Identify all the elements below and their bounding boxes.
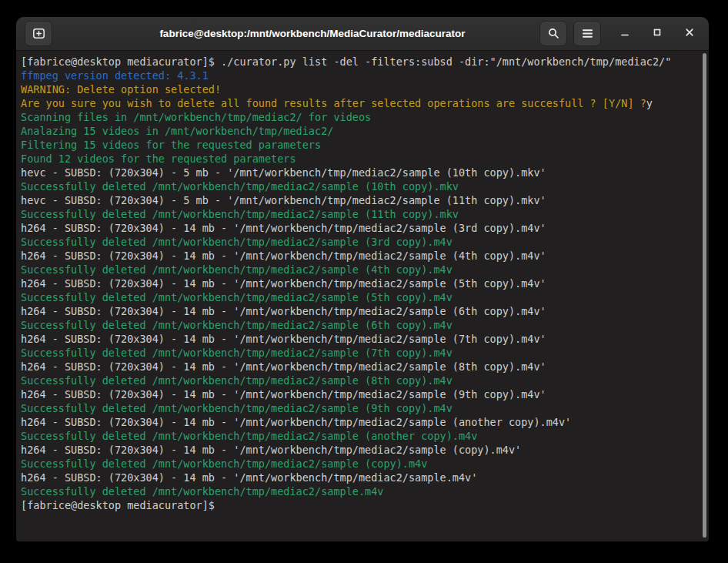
terminal-line: Successfully deleted /mnt/workbench/tmp/… [21,374,698,387]
close-button[interactable] [678,21,701,46]
terminal-line: Successfully deleted /mnt/workbench/tmp/… [21,484,698,498]
terminal-line: Successfully deleted /mnt/workbench/tmp/… [21,401,698,415]
terminal-text-segment: h264 - SUBSD: (720x304) - 14 mb - '/mnt/… [21,416,571,428]
new-tab-icon [32,27,45,40]
hamburger-menu-icon [582,28,593,39]
terminal-text-segment: h264 - SUBSD: (720x304) - 14 mb - '/mnt/… [21,360,546,373]
titlebar-controls [539,21,709,46]
terminal-line: h264 - SUBSD: (720x304) - 14 mb - '/mnt/… [21,360,698,374]
terminal-text-segment: Successfully deleted /mnt/workbench/tmp/… [21,291,452,303]
terminal-text-segment: y [646,97,653,109]
terminal-line: Found 12 videos for the requested parame… [21,152,698,166]
terminal-line: hevc - SUBSD: (720x304) - 5 mb - '/mnt/w… [21,193,698,207]
terminal-text-segment: h264 - SUBSD: (720x304) - 14 mb - '/mnt/… [21,333,546,345]
terminal-line: h264 - SUBSD: (720x304) - 14 mb - '/mnt/… [21,249,698,263]
terminal-line: Successfully deleted /mnt/workbench/tmp/… [21,318,698,332]
terminal-line: h264 - SUBSD: (720x304) - 14 mb - '/mnt/… [21,221,698,235]
terminal-line: WARNING: Delete option selected! [21,82,698,96]
terminal-line: Successfully deleted /mnt/workbench/tmp/… [21,179,698,193]
terminal-text-segment: h264 - SUBSD: (720x304) - 14 mb - '/mnt/… [21,471,477,484]
terminal-output[interactable]: [fabrice@desktop mediacurator]$ ./curato… [16,51,709,541]
terminal-text-segment: Successfully deleted /mnt/workbench/tmp/… [21,457,427,470]
terminal-line: Filtering 15 videos for the requested pa… [21,138,698,152]
terminal-text-segment: hevc - SUBSD: (720x304) - 5 mb - '/mnt/w… [21,166,546,179]
terminal-line: Are you sure you wish to delete all foun… [21,96,698,110]
terminal-line: hevc - SUBSD: (720x304) - 5 mb - '/mnt/w… [21,166,698,179]
terminal-line: Analazing 15 videos in /mnt/workbench/tm… [21,124,698,138]
menu-button[interactable] [573,21,601,46]
terminal-line: h264 - SUBSD: (720x304) - 14 mb - '/mnt/… [21,332,698,346]
terminal-line: h264 - SUBSD: (720x304) - 14 mb - '/mnt/… [21,471,698,484]
terminal-text-segment: h264 - SUBSD: (720x304) - 14 mb - '/mnt/… [21,305,546,317]
terminal-text-segment: [fabrice@desktop mediacurator]$ ./curato… [21,55,671,68]
terminal-text-segment: Successfully deleted /mnt/workbench/tmp/… [21,263,452,276]
terminal-text-segment: Are you sure you wish to delete all foun… [21,97,646,109]
terminal-text-segment: Scanning files in /mnt/workbench/tmp/med… [21,111,371,123]
terminal-text-segment: h264 - SUBSD: (720x304) - 14 mb - '/mnt/… [21,444,521,456]
terminal-window: fabrice@desktop:/mnt/workbench/MediaCura… [16,17,709,541]
minimize-icon [619,27,630,41]
terminal-text-segment: WARNING: Delete option selected! [21,83,221,96]
terminal-line: Successfully deleted /mnt/workbench/tmp/… [21,346,698,360]
terminal-text-segment: Successfully deleted /mnt/workbench/tmp/… [21,374,452,387]
terminal-line: h264 - SUBSD: (720x304) - 14 mb - '/mnt/… [21,415,698,429]
terminal-line: Successfully deleted /mnt/workbench/tmp/… [21,207,698,221]
window-title: fabrice@desktop:/mnt/workbench/MediaCura… [109,17,516,50]
terminal-line: ffmpeg version detected: 4.3.1 [21,69,698,82]
terminal-text-segment: Successfully deleted /mnt/workbench/tmp/… [21,236,452,248]
terminal-line: h264 - SUBSD: (720x304) - 14 mb - '/mnt/… [21,304,698,318]
terminal-line: [fabrice@desktop mediacurator]$ [21,498,698,512]
terminal-text-segment: ffmpeg version detected: 4.3.1 [21,69,209,82]
terminal-line: Successfully deleted /mnt/workbench/tmp/… [21,290,698,304]
close-icon [684,27,695,41]
terminal-line: h264 - SUBSD: (720x304) - 14 mb - '/mnt/… [21,276,698,290]
terminal-line: [fabrice@desktop mediacurator]$ ./curato… [21,55,698,69]
scrollbar-thumb[interactable] [703,53,706,538]
terminal-text-segment: Successfully deleted /mnt/workbench/tmp/… [21,319,452,331]
terminal-line: h264 - SUBSD: (720x304) - 14 mb - '/mnt/… [21,387,698,401]
terminal-text-segment: hevc - SUBSD: (720x304) - 5 mb - '/mnt/w… [21,194,546,206]
terminal-text-segment: [fabrice@desktop mediacurator]$ [21,499,221,511]
terminal-text-segment: h264 - SUBSD: (720x304) - 14 mb - '/mnt/… [21,277,546,290]
maximize-button[interactable] [646,21,669,46]
terminal-line: Successfully deleted /mnt/workbench/tmp/… [21,235,698,249]
terminal-text-segment: Successfully deleted /mnt/workbench/tmp/… [21,208,459,220]
terminal-text-segment: Successfully deleted /mnt/workbench/tmp/… [21,402,452,414]
terminal-text-segment: Successfully deleted /mnt/workbench/tmp/… [21,180,459,193]
search-button[interactable] [539,21,567,46]
terminal-text-segment: Successfully deleted /mnt/workbench/tmp/… [21,430,477,442]
minimize-button[interactable] [613,21,636,46]
maximize-icon [652,27,663,41]
terminal-line: h264 - SUBSD: (720x304) - 14 mb - '/mnt/… [21,443,698,457]
new-tab-button[interactable] [25,21,52,46]
terminal-line: Successfully deleted /mnt/workbench/tmp/… [21,457,698,471]
terminal-text-segment: Analazing 15 videos in /mnt/workbench/tm… [21,125,333,137]
search-icon [547,27,560,40]
terminal-text-segment: h264 - SUBSD: (720x304) - 14 mb - '/mnt/… [21,222,546,234]
terminal-text-segment: h264 - SUBSD: (720x304) - 14 mb - '/mnt/… [21,250,546,262]
terminal-text-segment: Successfully deleted /mnt/workbench/tmp/… [21,347,452,359]
terminal-text-segment: Successfully deleted /mnt/workbench/tmp/… [21,485,383,498]
terminal-line: Scanning files in /mnt/workbench/tmp/med… [21,110,698,124]
titlebar[interactable]: fabrice@desktop:/mnt/workbench/MediaCura… [16,17,709,51]
terminal-line: Successfully deleted /mnt/workbench/tmp/… [21,263,698,276]
terminal-text-segment: h264 - SUBSD: (720x304) - 14 mb - '/mnt/… [21,388,546,400]
terminal-text-segment: Found 12 videos for the requested parame… [21,152,296,165]
terminal-text-segment: Filtering 15 videos for the requested pa… [21,139,321,151]
terminal-line: Successfully deleted /mnt/workbench/tmp/… [21,429,698,443]
